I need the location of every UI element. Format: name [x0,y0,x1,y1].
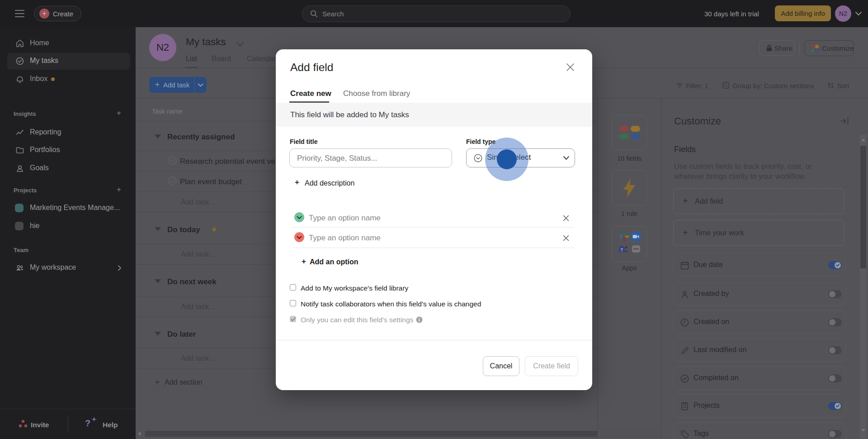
svg-text:T: T [621,248,623,252]
